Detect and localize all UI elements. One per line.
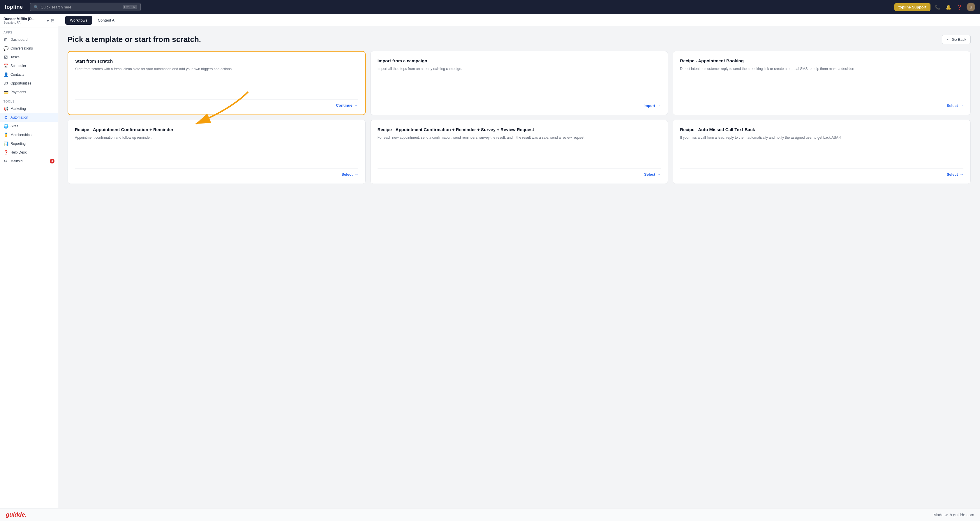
- tasks-icon: ☑: [3, 55, 8, 59]
- sidebar-item-label: Conversations: [11, 46, 33, 50]
- sidebar-item-label: Mailfold: [11, 159, 22, 163]
- go-back-label: Go Back: [952, 37, 966, 41]
- sidebar-item-label: Automation: [11, 115, 28, 119]
- arrow-left-icon: ←: [946, 37, 950, 41]
- sidebar-item-label: Tasks: [11, 55, 19, 59]
- support-button[interactable]: topline Support: [894, 3, 931, 11]
- org-info: Dunder Mifflin [D... Scranton, PA: [3, 17, 45, 24]
- sidebar-item-reporting[interactable]: 📊 Reporting: [0, 139, 58, 148]
- phone-icon[interactable]: 📞: [933, 3, 942, 11]
- select-action[interactable]: Select →: [75, 169, 358, 177]
- guidde-logo: guidde.: [6, 511, 27, 518]
- template-description: For each new appointment, send a confirm…: [377, 135, 661, 164]
- contacts-icon: 👤: [3, 72, 8, 77]
- sidebar-item-label: Sites: [11, 124, 18, 128]
- select-label: Select: [947, 172, 958, 177]
- select-label: Select: [947, 104, 958, 108]
- guidde-text: Made with guidde.com: [933, 513, 974, 517]
- nav-icons: topline Support 📞 🔔 ❓ U: [894, 3, 975, 11]
- template-title: Recipe - Appointment Confirmation + Remi…: [75, 127, 358, 132]
- bell-icon[interactable]: 🔔: [945, 3, 953, 11]
- help-icon[interactable]: ❓: [956, 3, 964, 11]
- tab-content-ai[interactable]: Content AI: [93, 16, 120, 25]
- arrow-right-icon: →: [657, 104, 661, 108]
- main-layout: Dunder Mifflin [D... Scranton, PA ▾ ⊟ Ap…: [0, 14, 980, 508]
- sidebar-item-mailfold[interactable]: ✉ Mailfold 3: [0, 157, 58, 166]
- arrow-right-icon: →: [959, 172, 963, 177]
- import-label: Import: [644, 104, 655, 108]
- template-card-campaign[interactable]: Import from a campaign Import all the st…: [370, 51, 668, 115]
- template-card-booking[interactable]: Recipe - Appointment Booking Detect inte…: [673, 51, 970, 115]
- sidebar-item-contacts[interactable]: 👤 Contacts: [0, 70, 58, 79]
- template-title: Start from scratch: [75, 59, 358, 64]
- sidebar-item-scheduler[interactable]: 📅 Scheduler: [0, 62, 58, 70]
- go-back-button[interactable]: ← Go Back: [942, 35, 970, 44]
- tab-workflows[interactable]: Workflows: [65, 16, 92, 25]
- continue-action[interactable]: Continue →: [75, 99, 358, 108]
- sidebar-item-label: Reporting: [11, 142, 25, 146]
- automation-icon: ⚙: [3, 115, 8, 120]
- select-label: Select: [644, 172, 655, 177]
- sidebar-item-sites[interactable]: 🌐 Sites: [0, 122, 58, 131]
- page-title: Pick a template or start from scratch.: [68, 35, 201, 44]
- org-name: Dunder Mifflin [D...: [3, 17, 45, 21]
- import-action[interactable]: Import →: [377, 100, 661, 108]
- sidebar-item-tasks[interactable]: ☑ Tasks: [0, 53, 58, 62]
- sidebar-item-dashboard[interactable]: ⊞ Dashboard: [0, 35, 58, 44]
- bottom-bar: guidde. Made with guidde.com: [0, 508, 980, 521]
- reporting-icon: 📊: [3, 141, 8, 146]
- memberships-icon: 🏅: [3, 132, 8, 137]
- sidebar-item-helpdesk[interactable]: ❓ Help Desk: [0, 148, 58, 157]
- sidebar-item-label: Scheduler: [11, 64, 26, 68]
- template-grid-container: Start from scratch Start from scratch wi…: [68, 51, 970, 184]
- subnav: Workflows Content AI: [58, 14, 980, 27]
- sidebar-item-automation[interactable]: ⚙ Automation: [0, 113, 58, 122]
- payments-icon: 💳: [3, 90, 8, 94]
- select-action[interactable]: Select →: [680, 100, 963, 108]
- sidebar-item-marketing[interactable]: 📢 Marketing: [0, 104, 58, 113]
- tools-section-label: Tools: [0, 96, 58, 104]
- sites-icon: 🌐: [3, 124, 8, 129]
- select-action[interactable]: Select →: [680, 169, 963, 177]
- sidebar-item-label: Memberships: [11, 133, 32, 137]
- template-description: If you miss a call from a lead, reply to…: [680, 135, 963, 164]
- sidebar-item-opportunities[interactable]: 🏷 Opportunities: [0, 79, 58, 88]
- search-icon: 🔍: [34, 5, 38, 10]
- helpdesk-icon: ❓: [3, 150, 8, 155]
- sidebar-item-payments[interactable]: 💳 Payments: [0, 88, 58, 96]
- arrow-right-icon: →: [959, 104, 963, 108]
- arrow-right-icon: →: [354, 103, 358, 108]
- template-grid: Start from scratch Start from scratch wi…: [68, 51, 970, 184]
- content-area: Workflows Content AI Pick a template or …: [58, 14, 980, 508]
- template-description: Import all the steps from an already exi…: [377, 66, 661, 95]
- scheduler-icon: 📅: [3, 64, 8, 68]
- org-location: Scranton, PA: [3, 21, 45, 24]
- select-action[interactable]: Select →: [377, 169, 661, 177]
- template-description: Detect intent on customer reply to send …: [680, 66, 963, 95]
- template-title: Recipe - Auto Missed Call Text-Back: [680, 127, 963, 132]
- select-label: Select: [341, 172, 353, 177]
- template-card-missed-call[interactable]: Recipe - Auto Missed Call Text-Back If y…: [673, 120, 970, 184]
- template-card-scratch[interactable]: Start from scratch Start from scratch wi…: [68, 51, 366, 115]
- marketing-icon: 📢: [3, 106, 8, 111]
- template-title: Import from a campaign: [377, 58, 661, 63]
- sidebar-item-conversations[interactable]: 💬 Conversations: [0, 44, 58, 53]
- layout-icon[interactable]: ⊟: [51, 18, 54, 23]
- template-card-confirmation-survey[interactable]: Recipe - Appointment Confirmation + Remi…: [370, 120, 668, 184]
- sidebar: Dunder Mifflin [D... Scranton, PA ▾ ⊟ Ap…: [0, 14, 58, 508]
- page-header: Pick a template or start from scratch. ←…: [68, 35, 970, 44]
- arrow-right-icon: →: [355, 172, 358, 177]
- arrow-right-icon: →: [657, 172, 661, 177]
- page-content: Pick a template or start from scratch. ←…: [58, 27, 980, 508]
- sidebar-item-label: Help Desk: [11, 150, 27, 155]
- org-selector[interactable]: Dunder Mifflin [D... Scranton, PA ▾ ⊟: [0, 14, 58, 27]
- template-card-confirmation[interactable]: Recipe - Appointment Confirmation + Remi…: [68, 120, 366, 184]
- conversations-icon: 💬: [3, 46, 8, 51]
- mailfold-badge: 3: [50, 159, 54, 164]
- sidebar-item-memberships[interactable]: 🏅 Memberships: [0, 131, 58, 139]
- search-bar[interactable]: 🔍 Quick search here Ctrl + K: [30, 3, 141, 11]
- opportunities-icon: 🏷: [3, 81, 8, 86]
- app-logo: topline: [5, 4, 23, 10]
- dashboard-icon: ⊞: [3, 37, 8, 42]
- avatar[interactable]: U: [967, 3, 975, 11]
